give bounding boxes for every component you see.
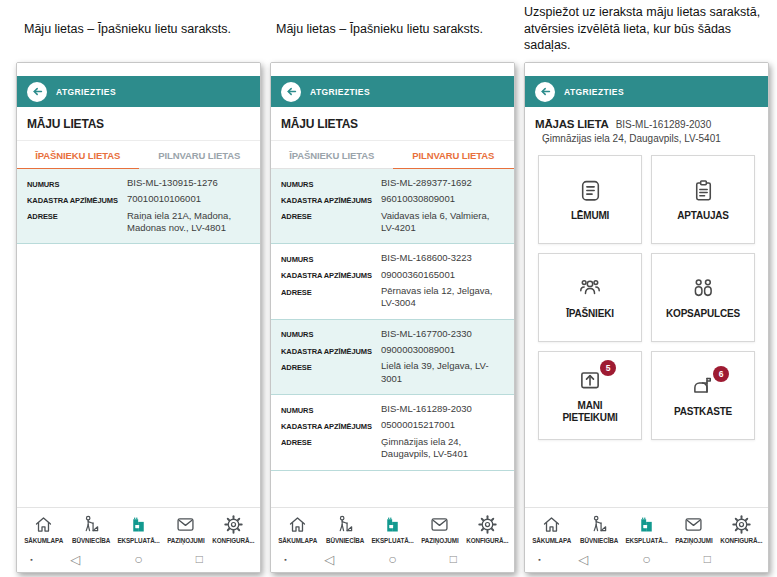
nav-item-pazinojumi[interactable]: PAZIŅOJUMI <box>416 514 463 544</box>
nav-label: BŪVNIECĪBA <box>580 537 618 544</box>
envelope-icon <box>429 514 450 535</box>
nav-item-buvnieciba[interactable]: BŪVNIECĪBA <box>67 514 114 544</box>
field-label-numurs: NUMURS <box>27 177 127 189</box>
android-recents-button[interactable]: □ <box>450 552 457 566</box>
gear-icon <box>477 514 498 535</box>
surveyor-icon <box>589 514 610 535</box>
case-title: MĀJAS LIETA <box>535 118 609 130</box>
tile-lemumi[interactable]: LĒMUMI <box>538 155 642 244</box>
case-list: NUMURSBIS-ML-289377-1692 KADASTRA APZĪMĒ… <box>271 169 514 507</box>
status-badge: 6 <box>713 366 729 382</box>
caption-phone3: Uzspiežot uz ieraksta māju lietas saraks… <box>524 4 776 54</box>
nav-item-konfiguracija[interactable]: KONFIGURĀ... <box>718 514 765 544</box>
caption-phone2: Māju lietas – Īpašnieku lietu saraksts. <box>276 21 498 38</box>
android-recents-button[interactable]: □ <box>704 552 711 566</box>
nav-label: PAZIŅOJUMI <box>675 537 712 544</box>
two-people-icon <box>690 275 716 301</box>
nav-label: BŪVNIECĪBA <box>326 537 364 544</box>
record-item[interactable]: NUMURSBIS-ML-289377-1692 KADASTRA APZĪMĒ… <box>271 169 514 244</box>
field-value-kadastra: 96010030809001 <box>381 193 504 205</box>
app-bar: ATGRIEZTIES <box>17 76 260 107</box>
tile-kopsapulces[interactable]: KOPSAPULCES <box>651 253 755 342</box>
status-bar <box>17 63 260 76</box>
record-item[interactable]: NUMURSBIS-ML-167700-2330 KADASTRA APZĪMĒ… <box>271 320 514 395</box>
clipboard-icon <box>691 177 716 203</box>
status-badge: 5 <box>600 360 616 376</box>
record-item[interactable]: NUMURSBIS-ML-130915-1276 KADASTRA APZĪMĒ… <box>17 169 260 244</box>
mailbox-icon: 6 <box>690 373 716 399</box>
field-label-adrese: ADRESE <box>281 360 381 372</box>
page-title: MĀJU LIETAS <box>17 107 260 141</box>
nav-item-buvnieciba[interactable]: BŪVNIECĪBA <box>575 514 622 544</box>
tile-mani-pieteikumi[interactable]: 5 MANI PIETEIKUMI <box>538 351 642 440</box>
section-tiles: LĒMUMI APTAUJAS ĪPAŠNIEKI KOPSAPULCES 5 … <box>525 153 768 442</box>
nav-item-ekspluatacija[interactable]: EKSPLUATĀ... <box>369 514 416 544</box>
field-value-kadastra: 05000015217001 <box>381 419 504 431</box>
bottom-navigation: SĀKUMLAPA BŪVNIECĪBA EKSPLUATĀ... PAZIŅO… <box>17 507 260 572</box>
android-recents-button[interactable]: □ <box>196 552 203 566</box>
android-back-button[interactable]: ◁ <box>324 551 334 566</box>
home-icon <box>33 514 54 535</box>
nav-item-ekspluatacija[interactable]: EKSPLUATĀ... <box>115 514 162 544</box>
field-label-kadastra: KADASTRA APZĪMĒJUMS <box>281 344 381 356</box>
nav-item-konfiguracija[interactable]: KONFIGURĀ... <box>210 514 257 544</box>
field-value-adrese: Raiņa iela 21A, Madona, Madonas nov., LV… <box>127 210 250 235</box>
android-back-button[interactable]: ◁ <box>70 551 80 566</box>
tab-proxy-cases[interactable]: PILNVARU LIETAS <box>139 141 261 168</box>
nav-item-buvnieciba[interactable]: BŪVNIECĪBA <box>321 514 368 544</box>
tile-label: MANI PIETEIKUMI <box>550 400 630 424</box>
nav-item-sakumlapa[interactable]: SĀKUMLAPA <box>528 514 575 544</box>
nav-item-pazinojumi[interactable]: PAZIŅOJUMI <box>670 514 717 544</box>
back-button[interactable] <box>27 82 47 102</box>
field-value-kadastra: 70010010106001 <box>127 193 250 205</box>
back-label: ATGRIEZTIES <box>56 87 116 97</box>
tile-label: PASTKASTE <box>674 406 732 418</box>
case-address: Ģimnāzijas iela 24, Daugavpils, LV-5401 <box>525 132 768 153</box>
android-back-button[interactable]: ◁ <box>578 551 588 566</box>
android-nav-bar: ▪ ◁ ○ □ <box>271 547 514 572</box>
nav-item-pazinojumi[interactable]: PAZIŅOJUMI <box>162 514 209 544</box>
tab-proxy-cases[interactable]: PILNVARU LIETAS <box>393 141 515 170</box>
case-list: NUMURSBIS-ML-130915-1276 KADASTRA APZĪMĒ… <box>17 169 260 507</box>
gear-icon <box>223 514 244 535</box>
tile-ipasnieki[interactable]: ĪPAŠNIEKI <box>538 253 642 342</box>
field-label-kadastra: KADASTRA APZĪMĒJUMS <box>281 419 381 431</box>
field-label-adrese: ADRESE <box>281 436 381 448</box>
nav-label: BŪVNIECĪBA <box>72 537 110 544</box>
back-button[interactable] <box>281 82 301 102</box>
field-label-kadastra: KADASTRA APZĪMĒJUMS <box>281 269 381 281</box>
record-item[interactable]: NUMURSBIS-ML-161289-2030 KADASTRA APZĪMĒ… <box>271 395 514 470</box>
field-value-numurs: BIS-ML-168600-3223 <box>381 252 504 264</box>
tab-owners-cases[interactable]: ĪPAŠNIEKU LIETAS <box>17 141 139 170</box>
tile-label: ĪPAŠNIEKI <box>566 308 613 320</box>
tile-label: LĒMUMI <box>571 210 609 222</box>
nav-label: PAZIŅOJUMI <box>421 537 458 544</box>
field-label-numurs: NUMURS <box>281 403 381 415</box>
nav-item-konfiguracija[interactable]: KONFIGURĀ... <box>464 514 511 544</box>
page-title: MĀJU LIETAS <box>271 107 514 141</box>
back-button[interactable] <box>535 82 555 102</box>
notification-dot-icon: ▪ <box>284 555 286 562</box>
nav-item-sakumlapa[interactable]: SĀKUMLAPA <box>274 514 321 544</box>
tile-aptaujas[interactable]: APTAUJAS <box>651 155 755 244</box>
android-home-button[interactable]: ○ <box>134 551 142 567</box>
tab-bar: ĪPAŠNIEKU LIETAS PILNVARU LIETAS <box>271 141 514 169</box>
field-value-numurs: BIS-ML-161289-2030 <box>381 403 504 415</box>
field-label-adrese: ADRESE <box>27 210 127 222</box>
phone-screenshot-1: ATGRIEZTIES MĀJU LIETAS ĪPAŠNIEKU LIETAS… <box>16 62 261 573</box>
field-value-numurs: BIS-ML-167700-2330 <box>381 328 504 340</box>
android-home-button[interactable]: ○ <box>642 551 650 567</box>
android-home-button[interactable]: ○ <box>388 551 396 567</box>
tile-pastkaste[interactable]: 6 PASTKASTE <box>651 351 755 440</box>
record-item[interactable]: NUMURSBIS-ML-168600-3223 KADASTRA APZĪMĒ… <box>271 244 514 319</box>
notification-dot-icon: ▪ <box>538 555 540 562</box>
field-value-adrese: Lielā iela 39, Jelgava, LV-3001 <box>381 360 504 385</box>
nav-item-ekspluatacija[interactable]: EKSPLUATĀ... <box>623 514 670 544</box>
nav-label: KONFIGURĀ... <box>720 537 762 544</box>
nav-label: KONFIGURĀ... <box>212 537 254 544</box>
field-value-kadastra: 09000360165001 <box>381 269 504 281</box>
back-arrow-icon <box>31 85 44 98</box>
nav-item-sakumlapa[interactable]: SĀKUMLAPA <box>20 514 67 544</box>
tab-owners-cases[interactable]: ĪPAŠNIEKU LIETAS <box>271 141 393 168</box>
bottom-navigation: SĀKUMLAPA BŪVNIECĪBA EKSPLUATĀ... PAZIŅO… <box>271 507 514 572</box>
